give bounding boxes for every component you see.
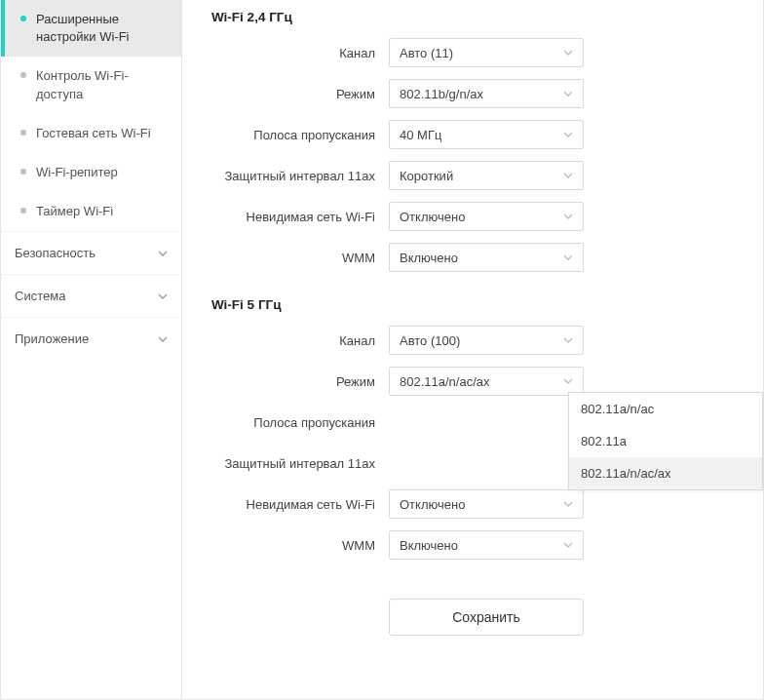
form-label: Полоса пропускания — [211, 128, 389, 142]
chevron-down-icon — [563, 212, 573, 221]
select-value: Включено — [400, 538, 458, 553]
select-value: Отключено — [400, 210, 465, 224]
sidebar-sub-group: Расширенные настройки Wi-Fi Контроль Wi-… — [1, 0, 181, 231]
sidebar-category-label: Безопасность — [15, 246, 96, 260]
form-label: Канал — [211, 333, 389, 348]
bullet-icon — [20, 130, 26, 136]
sidebar-item-guest-wifi[interactable]: Гостевая сеть Wi-Fi — [1, 114, 181, 153]
form-label: WMM — [211, 251, 389, 265]
select-wifi5-channel[interactable]: Авто (100) — [389, 326, 584, 355]
dropdown-option[interactable]: 802.11a — [569, 425, 762, 457]
chevron-down-icon — [158, 334, 168, 344]
sidebar-category-label: Система — [15, 289, 65, 303]
select-wifi24-mode[interactable]: 802.11b/g/n/ax — [389, 79, 584, 108]
form-label: WMM — [211, 538, 389, 553]
row-wifi5-hidden: Невидимая сеть Wi-Fi Отключено — [211, 489, 734, 519]
sidebar-category-application[interactable]: Приложение — [1, 317, 181, 360]
form-label: Режим — [211, 87, 389, 101]
sidebar-item-label: Контроль Wi-Fi-доступа — [36, 67, 172, 102]
row-wifi5-wmm: WMM Включено — [211, 530, 734, 560]
row-wifi24-bandwidth: Полоса пропускания 40 МГц — [211, 120, 734, 149]
select-wifi5-wmm[interactable]: Включено — [389, 530, 584, 560]
sidebar-item-label: Таймер Wi-Fi — [36, 203, 113, 220]
dropdown-wifi5-mode: 802.11a/n/ac 802.11a 802.11a/n/ac/ax — [568, 392, 763, 490]
sidebar-item-label: Расширенные настройки Wi-Fi — [36, 11, 172, 46]
row-wifi24-hidden: Невидимая сеть Wi-Fi Отключено — [211, 202, 734, 231]
sidebar-category-label: Приложение — [15, 331, 89, 346]
sidebar-item-advanced-wifi[interactable]: Расширенные настройки Wi-Fi — [1, 0, 181, 57]
select-wifi24-hidden[interactable]: Отключено — [389, 202, 584, 231]
sidebar-item-wifi-timer[interactable]: Таймер Wi-Fi — [1, 192, 181, 231]
form-label: Канал — [211, 46, 389, 60]
chevron-down-icon — [158, 249, 168, 258]
bullet-icon — [20, 72, 26, 78]
section-title-wifi5: Wi-Fi 5 ГГц — [211, 295, 734, 312]
chevron-down-icon — [158, 292, 168, 301]
sidebar-item-label: Гостевая сеть Wi-Fi — [36, 125, 151, 142]
form-label: Невидимая сеть Wi-Fi — [211, 210, 389, 224]
row-wifi24-channel: Канал Авто (11) — [211, 38, 734, 67]
chevron-down-icon — [563, 376, 573, 386]
dropdown-option[interactable]: 802.11a/n/ac/ax — [569, 457, 762, 489]
save-row: Сохранить — [211, 599, 734, 636]
chevron-down-icon — [563, 253, 573, 262]
bullet-icon — [20, 16, 26, 21]
chevron-down-icon — [563, 48, 573, 58]
bullet-icon — [20, 169, 26, 175]
form-label: Режим — [211, 374, 389, 389]
row-wifi24-mode: Режим 802.11b/g/n/ax — [211, 79, 734, 108]
bullet-icon — [20, 208, 26, 214]
select-value: Отключено — [400, 497, 465, 512]
dropdown-option[interactable]: 802.11a/n/ac — [569, 393, 762, 425]
chevron-down-icon — [563, 499, 573, 509]
sidebar: Расширенные настройки Wi-Fi Контроль Wi-… — [1, 0, 182, 699]
select-value: 40 МГц — [400, 128, 441, 142]
select-value: Авто (100) — [400, 333, 460, 348]
select-value: 802.11a/n/ac/ax — [400, 374, 490, 389]
form-label: Защитный интервал 11ax — [211, 169, 389, 183]
chevron-down-icon — [563, 540, 573, 550]
content-area: Wi-Fi 2,4 ГГц Канал Авто (11) Режим 802.… — [182, 0, 763, 699]
form-label: Защитный интервал 11ax — [211, 456, 389, 471]
section-title-wifi24: Wi-Fi 2,4 ГГц — [211, 8, 734, 24]
row-wifi5-channel: Канал Авто (100) — [211, 326, 734, 355]
select-value: Включено — [400, 251, 458, 265]
select-wifi24-channel[interactable]: Авто (11) — [389, 38, 584, 67]
form-label: Полоса пропускания — [211, 415, 389, 430]
sidebar-category-security[interactable]: Безопасность — [1, 231, 181, 274]
select-value: 802.11b/g/n/ax — [400, 87, 483, 101]
chevron-down-icon — [563, 89, 573, 98]
save-button-label: Сохранить — [452, 609, 520, 625]
select-wifi5-hidden[interactable]: Отключено — [389, 489, 584, 519]
chevron-down-icon — [563, 171, 573, 180]
chevron-down-icon — [563, 130, 573, 139]
save-button[interactable]: Сохранить — [389, 599, 584, 636]
row-wifi24-wmm: WMM Включено — [211, 243, 734, 272]
select-wifi24-bandwidth[interactable]: 40 МГц — [389, 120, 584, 149]
sidebar-item-wifi-access-control[interactable]: Контроль Wi-Fi-доступа — [1, 57, 181, 113]
select-value: Авто (11) — [400, 46, 453, 60]
select-wifi5-mode[interactable]: 802.11a/n/ac/ax — [389, 367, 584, 396]
sidebar-item-label: Wi-Fi-репитер — [36, 164, 118, 181]
select-value: Короткий — [400, 169, 453, 183]
chevron-down-icon — [563, 335, 573, 345]
form-label: Невидимая сеть Wi-Fi — [211, 497, 389, 512]
sidebar-category-system[interactable]: Система — [1, 274, 181, 317]
select-wifi24-wmm[interactable]: Включено — [389, 243, 584, 272]
row-wifi24-guard-interval: Защитный интервал 11ax Короткий — [211, 161, 734, 190]
sidebar-item-wifi-repeater[interactable]: Wi-Fi-репитер — [1, 153, 181, 192]
select-wifi24-guard-interval[interactable]: Короткий — [389, 161, 584, 190]
